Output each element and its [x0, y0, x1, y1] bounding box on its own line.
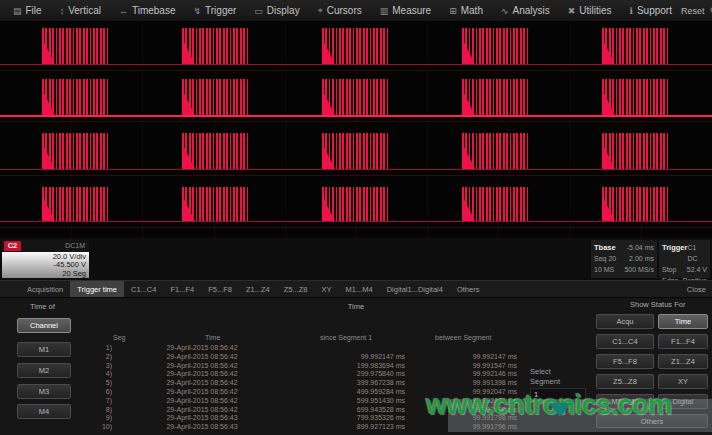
menu-utilities[interactable]: ✖Utilities	[559, 0, 621, 21]
cell-since-segment1: 399.967238 ms	[282, 379, 405, 386]
menu-support[interactable]: ℹSupport	[621, 0, 681, 21]
waveform-burst	[322, 79, 389, 115]
status-button-z1-z4[interactable]: Z1...Z4	[658, 354, 708, 369]
menu-file[interactable]: ▤File	[4, 0, 51, 21]
trigger-source: C1 DC	[687, 242, 707, 264]
tab-xy[interactable]: XY	[315, 281, 339, 297]
tab-others[interactable]: Others	[450, 281, 487, 297]
status-button-f5-f8[interactable]: F5...F8	[596, 354, 654, 369]
watermark-triangle-icon	[549, 403, 571, 417]
status-button-acqu[interactable]: Acqu	[596, 314, 654, 329]
support-icon: ℹ	[630, 6, 633, 16]
grid-hline	[0, 70, 712, 71]
cell-since-segment1: 699.943528 ms	[282, 406, 405, 413]
utilities-icon: ✖	[568, 6, 576, 16]
waveform-burst	[182, 79, 249, 115]
menu-display[interactable]: ▭Display	[245, 0, 308, 21]
menu-label-file: File	[26, 5, 42, 16]
cell-seg: 9)	[0, 414, 112, 421]
tab-m1-m4[interactable]: M1...M4	[339, 281, 380, 297]
status-button-xy[interactable]: XY	[658, 374, 708, 389]
trigger-mode: Stop	[662, 264, 676, 275]
trace-baseline	[0, 169, 712, 170]
menu-analysis[interactable]: ∿Analysis	[492, 0, 559, 21]
reset-button[interactable]: Reset	[681, 6, 705, 16]
waveform-burst	[42, 79, 109, 115]
waveform-burst	[182, 133, 249, 169]
waveform-burst	[602, 187, 669, 221]
cell-time: 29-April-2015 08:56:42	[128, 370, 276, 377]
measure-icon: ▥	[380, 6, 389, 16]
cell-since-segment1: 599.951430 ms	[282, 397, 405, 404]
cell-seg: 2)	[0, 353, 112, 360]
cell-time: 29-April-2015 08:56:42	[128, 406, 276, 413]
menu-timebase[interactable]: ↔Timebase	[110, 0, 185, 21]
menu-label-math: Math	[461, 5, 483, 16]
timebase-delay: -5.04 ms	[627, 242, 654, 253]
menu-measure[interactable]: ▥Measure	[371, 0, 440, 21]
status-button-f1-f4[interactable]: F1...F4	[658, 334, 708, 349]
header-seg: Seg	[113, 334, 125, 341]
oscilloscope-screen: ▤File↕Vertical↔Timebase↯Trigger▭Display⌖…	[0, 0, 712, 435]
tab-c1-c4[interactable]: C1...C4	[124, 281, 163, 297]
grid-vline	[427, 22, 428, 238]
waveform-burst	[602, 133, 669, 169]
cell-between-segment: 99.991547 ms	[392, 362, 517, 369]
select-segment-label: Select Segment	[530, 367, 572, 386]
menubar-items: ▤File↕Vertical↔Timebase↯Trigger▭Display⌖…	[0, 0, 681, 21]
tab-trigger-time[interactable]: Trigger time	[70, 281, 124, 297]
cell-time: 29-April-2015 08:56:43	[128, 414, 276, 421]
menu-vertical[interactable]: ↕Vertical	[51, 0, 110, 21]
trigger-icon: ↯	[193, 6, 201, 16]
menu-label-cursors: Cursors	[327, 5, 362, 16]
cell-time: 29-April-2015 08:56:42	[128, 344, 276, 351]
close-button[interactable]: Close	[687, 281, 706, 298]
tab-z1-z4[interactable]: Z1...Z4	[239, 281, 277, 297]
waveform-burst	[462, 79, 529, 115]
waveform-burst	[182, 28, 249, 64]
menu-label-display: Display	[267, 5, 300, 16]
display-icon: ▭	[254, 6, 263, 16]
cell-since-segment1: 899.927123 ms	[282, 423, 405, 430]
channel-badge: C2	[4, 241, 21, 251]
cell-between-segment: 99.992146 ms	[392, 370, 517, 377]
cell-time: 29-April-2015 08:56:42	[128, 353, 276, 360]
waveform-display[interactable]	[0, 22, 712, 238]
status-button-z5-z8[interactable]: Z5...Z8	[596, 374, 654, 389]
timebase-seq: Seq 20	[594, 253, 616, 264]
trigger-descriptor[interactable]: Trigger C1 DC Stop 52.4 V Edge Positive	[659, 240, 710, 278]
cell-seg: 5)	[0, 379, 112, 386]
status-button-time[interactable]: Time	[658, 314, 708, 329]
waveform-burst	[42, 187, 109, 221]
cell-since-segment1: 799.935326 ms	[282, 414, 405, 421]
channel-descriptor[interactable]: C2 DC1M 20.0 V/div -45.500 V 20 Seg	[2, 240, 89, 278]
waveform-burst	[462, 28, 529, 64]
cell-seg: 4)	[0, 370, 112, 377]
trigger-level: 52.4 V	[687, 264, 707, 275]
menu-cursors[interactable]: ⌖Cursors	[309, 0, 371, 21]
tab-f5-f8[interactable]: F5...F8	[201, 281, 239, 297]
cell-time: 29-April-2015 08:56:42	[128, 362, 276, 369]
cell-since-segment1: 199.983694 ms	[282, 362, 405, 369]
channel-settings: 20.0 V/div -45.500 V 20 Seg	[2, 252, 89, 278]
menu-label-measure: Measure	[392, 5, 431, 16]
menu-label-analysis: Analysis	[513, 5, 550, 16]
waveform-burst	[42, 28, 109, 64]
grid-hline	[0, 121, 712, 122]
cell-between-segment: 99.992147 ms	[392, 353, 517, 360]
tab-f1-f4[interactable]: F1...F4	[163, 281, 201, 297]
menu-trigger[interactable]: ↯Trigger	[184, 0, 245, 21]
source-button-channel[interactable]: Channel	[17, 318, 71, 333]
waveform-burst	[322, 133, 389, 169]
tab-acquisition[interactable]: Acquisition	[20, 281, 70, 297]
menu-label-support: Support	[637, 5, 672, 16]
menu-math[interactable]: ⊞Math	[440, 0, 492, 21]
tab-digital1-digital4[interactable]: Digital1...Digital4	[380, 281, 450, 297]
timebase-title: Tbase	[594, 242, 616, 253]
grid-vline	[142, 22, 143, 238]
tab-z5-z8[interactable]: Z5...Z8	[277, 281, 315, 297]
timebase-descriptor[interactable]: Tbase -5.04 ms Seq 20 2.00 ms 10 MS 500 …	[591, 240, 657, 278]
waveform-burst	[462, 133, 529, 169]
status-button-c1-c4[interactable]: C1...C4	[596, 334, 654, 349]
descriptor-row: C2 DC1M 20.0 V/div -45.500 V 20 Seg Tbas…	[0, 238, 712, 280]
